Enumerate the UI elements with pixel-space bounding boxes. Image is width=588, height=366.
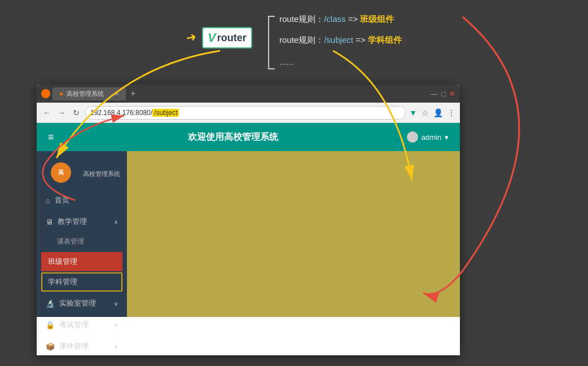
brand-name: 高校管理系统 bbox=[83, 170, 120, 178]
address-base: 192.168.4.176:8080/ bbox=[90, 109, 152, 117]
annotation-line-2: route规则：/subject => 学科组件 bbox=[279, 32, 402, 47]
browser-toolbar: ← → ↻ 192.168.4.176:8080//subject ▼ ☆ 👤 … bbox=[37, 103, 460, 123]
sidebar-item-exam[interactable]: 🔒 考试管理 ∨ bbox=[37, 314, 127, 336]
address-highlight: /subject bbox=[152, 109, 179, 117]
browser-titlebar: ● 高校管理系统 ✕ + — □ ✕ bbox=[37, 85, 460, 103]
brand-logo: 高 bbox=[51, 162, 71, 183]
menu-icon[interactable]: ≡ bbox=[48, 131, 54, 143]
annotation-line-1: route规则：/class => 班级组件 bbox=[279, 11, 402, 27]
app-header: ≡ 欢迎使用高校管理系统 admin ▾ bbox=[37, 123, 460, 151]
monitor-icon: 🖥 bbox=[46, 218, 53, 226]
user-dropdown-icon: ▾ bbox=[445, 133, 449, 142]
browser-window: ● 高校管理系统 ✕ + — □ ✕ ← → ↻ 192.168.4.176:8… bbox=[37, 85, 460, 355]
tab-close-icon[interactable]: ✕ bbox=[115, 91, 119, 97]
sidebar-label-teaching: 教学管理 bbox=[58, 217, 87, 227]
sidebar-item-home[interactable]: ⌂ 首页 bbox=[37, 189, 127, 211]
router-text: router bbox=[217, 32, 247, 44]
address-bar[interactable]: 192.168.4.176:8080//subject bbox=[85, 106, 406, 120]
maximize-button[interactable]: □ bbox=[441, 90, 446, 98]
toolbar-icons: ▼ ☆ 👤 ⋮ bbox=[409, 108, 455, 117]
browser-tab[interactable]: ● 高校管理系统 ✕ bbox=[52, 87, 126, 100]
app-body: 高 高校管理系统 ⌂ 首页 🖥 教学管理 ∧ 课表管理 班级管理 bbox=[37, 151, 460, 317]
sidebar-item-teaching[interactable]: 🖥 教学管理 ∧ bbox=[37, 211, 127, 232]
window-controls: — □ ✕ bbox=[431, 90, 455, 98]
sidebar-label-exam: 考试管理 bbox=[59, 320, 89, 330]
sidebar-label-lab: 实验室管理 bbox=[59, 298, 96, 308]
user-avatar bbox=[407, 131, 418, 143]
chevron-courseware-icon: ∨ bbox=[114, 343, 118, 350]
subject-label: 学科管理 bbox=[48, 277, 77, 287]
more-icon[interactable]: ⋮ bbox=[447, 108, 455, 117]
user-label: admin bbox=[422, 133, 441, 142]
user-menu[interactable]: admin ▾ bbox=[407, 131, 449, 143]
sidebar: 高 高校管理系统 ⌂ 首页 🖥 教学管理 ∧ 课表管理 班级管理 bbox=[37, 151, 127, 317]
new-tab-button[interactable]: + bbox=[130, 89, 135, 99]
browser-favicon bbox=[41, 89, 50, 98]
sidebar-subitem-subject[interactable]: 学科管理 bbox=[41, 272, 122, 292]
sidebar-subitem-schedule[interactable]: 课表管理 bbox=[37, 232, 127, 251]
refresh-button[interactable]: ↻ bbox=[71, 108, 82, 117]
back-button[interactable]: ← bbox=[41, 108, 52, 117]
brand-letter: 高 bbox=[58, 169, 64, 177]
app-header-title: 欢迎使用高校管理系统 bbox=[60, 131, 407, 143]
sidebar-item-lab[interactable]: 🔬 实验室管理 ∨ bbox=[37, 293, 127, 314]
sidebar-label-courseware: 课件管理 bbox=[59, 341, 89, 351]
chevron-icon: ∧ bbox=[114, 219, 118, 225]
chevron-exam-icon: ∨ bbox=[114, 322, 118, 328]
router-logo: V router bbox=[202, 27, 252, 48]
lock-icon: 🔒 bbox=[46, 321, 55, 329]
account-icon[interactable]: 👤 bbox=[433, 108, 443, 117]
schedule-label: 课表管理 bbox=[57, 237, 84, 245]
router-label: ➜ V router bbox=[186, 27, 252, 48]
tab-title: 高校管理系统 bbox=[67, 90, 111, 98]
v-icon: V bbox=[208, 30, 216, 45]
brand-area: 高 高校管理系统 bbox=[37, 156, 127, 189]
lab-icon: 🔬 bbox=[46, 299, 55, 308]
sidebar-item-courseware[interactable]: 📦 课件管理 ∨ bbox=[37, 336, 127, 355]
sidebar-subitem-class[interactable]: 班级管理 bbox=[41, 252, 122, 271]
tab-favicon: ● bbox=[59, 90, 63, 98]
sidebar-label-home: 首页 bbox=[55, 195, 69, 205]
class-label: 班级管理 bbox=[48, 257, 77, 267]
filter-icon: ▼ bbox=[409, 108, 417, 117]
box-icon: 📦 bbox=[46, 342, 55, 351]
minimize-button[interactable]: — bbox=[431, 90, 438, 98]
main-content bbox=[127, 151, 460, 317]
home-icon: ⌂ bbox=[46, 196, 50, 205]
close-button[interactable]: ✕ bbox=[449, 90, 455, 98]
annotation-box: route规则：/class => 班级组件 route规则：/subject … bbox=[265, 11, 402, 69]
annotation-line-3: ...... bbox=[279, 54, 402, 69]
bookmark-icon[interactable]: ☆ bbox=[422, 108, 429, 117]
chevron-lab-icon: ∨ bbox=[114, 301, 118, 307]
forward-button[interactable]: → bbox=[56, 108, 67, 117]
